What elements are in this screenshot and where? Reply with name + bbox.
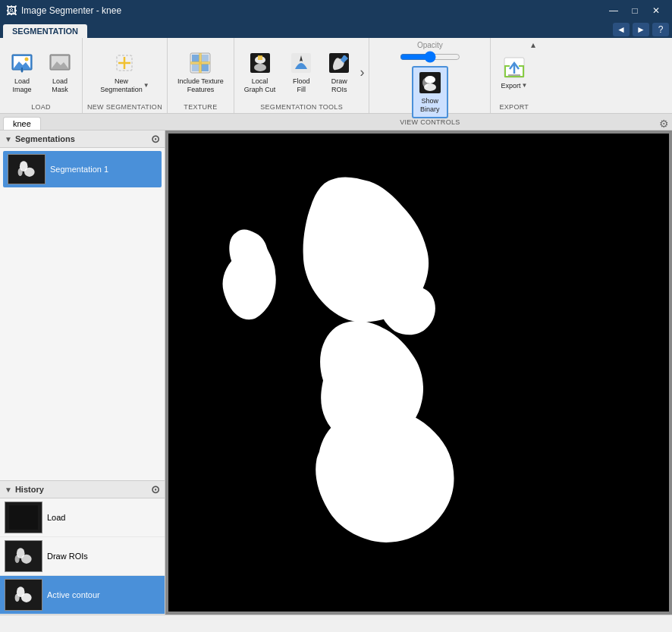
- local-graph-cut-icon: [248, 51, 272, 75]
- title-bar: 🖼 Image Segmenter - knee — □ ✕: [0, 0, 672, 21]
- opacity-label: Opacity: [417, 41, 443, 49]
- svg-point-34: [18, 168, 23, 176]
- close-button[interactable]: ✕: [646, 3, 666, 18]
- image-canvas[interactable]: [168, 134, 669, 612]
- show-binary-button[interactable]: ShowBinary: [412, 66, 448, 118]
- load-image-button[interactable]: LoadImage: [5, 47, 39, 98]
- svg-rect-12: [192, 55, 199, 62]
- ribbon-toolbar: LoadImage LoadMask LOAD: [0, 38, 672, 114]
- texture-icon: [188, 51, 212, 75]
- segmentations-header-left: ▼ Segmentations: [5, 134, 75, 143]
- canvas-area: [165, 130, 672, 615]
- new-segmentation-label: NewSegmentation: [100, 77, 143, 94]
- ribbon-group-new-segmentation: NewSegmentation ▼ NEW SEGMENTATION: [83, 38, 168, 113]
- history-item-active-contour-label: Active contour: [47, 590, 100, 599]
- history-item-load-label: Load: [47, 513, 65, 522]
- segmentations-title: Segmentations: [15, 134, 75, 143]
- history-collapse-icon[interactable]: ▼: [5, 486, 12, 494]
- knee-binary-image: [168, 134, 669, 612]
- ribbon-group-texture: Include TextureFeatures TEXTURE: [168, 38, 234, 113]
- export-label: Export: [501, 82, 520, 90]
- minimize-button[interactable]: —: [604, 3, 623, 18]
- segmentations-header: ▼ Segmentations ⊙: [0, 130, 165, 148]
- show-binary-label: ShowBinary: [420, 97, 440, 114]
- doc-tab-settings-icon: ⚙: [659, 118, 669, 130]
- seg-tools-group-label: SEGMENTATION TOOLS: [260, 103, 343, 111]
- show-binary-icon: [418, 71, 442, 95]
- svg-rect-35: [9, 505, 38, 530]
- ribbon-minimize-arrow[interactable]: ▴: [531, 39, 535, 50]
- doc-tabs: knee ⚙: [0, 114, 672, 130]
- left-panel: ▼ Segmentations ⊙ Segmentation 1: [0, 130, 165, 615]
- ribbon-group-view-controls: Opacity ShowBinary VIEW C: [369, 38, 491, 113]
- app-title: Image Segmenter - knee: [21, 5, 121, 16]
- history-item-active-contour[interactable]: Active contour: [0, 576, 165, 615]
- export-buttons: Export ▼: [495, 41, 532, 103]
- flood-fill-button[interactable]: FloodFill: [284, 47, 319, 98]
- svg-rect-4: [21, 68, 23, 71]
- new-segmentation-button[interactable]: NewSegmentation ▼: [95, 47, 154, 98]
- new-seg-dropdown-arrow[interactable]: ▼: [143, 82, 149, 89]
- view-buttons: ShowBinary: [412, 66, 448, 118]
- draw-rois-button[interactable]: DrawROIs: [322, 47, 356, 98]
- history-thumb-load: [5, 502, 42, 533]
- load-group-label: LOAD: [31, 103, 51, 111]
- export-group-label: EXPORT: [500, 103, 529, 111]
- segmentations-list: Segmentation 1: [0, 148, 165, 480]
- ribbon-forward-button[interactable]: ►: [633, 23, 649, 36]
- doc-tab-knee[interactable]: knee: [3, 117, 41, 130]
- load-mask-label: LoadMask: [52, 77, 68, 94]
- opacity-row: Opacity: [400, 41, 460, 63]
- ribbon-group-export: Export ▼ ▴ EXPORT: [491, 38, 537, 113]
- svg-point-42: [21, 593, 32, 602]
- history-item-draw-rois-label: Draw ROIs: [47, 552, 88, 561]
- view-control-buttons: Opacity ShowBinary: [400, 41, 460, 118]
- new-seg-group-label: NEW SEGMENTATION: [87, 103, 162, 111]
- ribbon-help-button[interactable]: ?: [652, 23, 669, 36]
- export-button[interactable]: Export ▼: [495, 52, 532, 93]
- svg-rect-17: [190, 61, 210, 64]
- flood-fill-label: FloodFill: [293, 77, 310, 94]
- local-graph-cut-button[interactable]: LocalGraph Cut: [239, 47, 281, 98]
- seg-tools-dropdown-arrow[interactable]: ›: [360, 64, 364, 80]
- history-title: History: [15, 485, 44, 494]
- segmentations-collapse-icon[interactable]: ▼: [5, 135, 12, 143]
- ribbon-nav-buttons: ◄ ► ?: [613, 23, 672, 38]
- tab-segmentation[interactable]: SEGMENTATION: [3, 24, 87, 38]
- include-texture-button[interactable]: Include TextureFeatures: [172, 47, 229, 98]
- history-thumb-draw-rois: [5, 540, 42, 572]
- export-dropdown[interactable]: ▼: [521, 82, 527, 89]
- load-mask-icon: [48, 51, 72, 75]
- texture-group-label: TEXTURE: [184, 103, 217, 111]
- segmentation-item-1-label: Segmentation 1: [50, 165, 108, 174]
- history-thumb-active-contour: [5, 579, 42, 611]
- history-header: ▼ History ⊙: [0, 481, 165, 498]
- segmentations-settings-icon[interactable]: ⊙: [151, 133, 160, 145]
- history-item-draw-rois[interactable]: Draw ROIs: [0, 537, 165, 576]
- new-seg-buttons: NewSegmentation ▼: [95, 41, 154, 103]
- status-bar: [0, 615, 672, 631]
- ribbon-tab-row: SEGMENTATION ◄ ► ?: [0, 21, 672, 38]
- opacity-slider[interactable]: [400, 51, 460, 63]
- main-content: ▼ Segmentations ⊙ Segmentation 1: [0, 130, 672, 615]
- svg-point-33: [24, 168, 35, 177]
- load-image-icon: [10, 51, 34, 75]
- seg-tool-buttons: LocalGraph Cut FloodFill: [239, 41, 365, 103]
- history-settings-icon[interactable]: ⊙: [151, 483, 160, 495]
- title-bar-left: 🖼 Image Segmenter - knee: [6, 5, 121, 17]
- maximize-button[interactable]: □: [625, 3, 645, 18]
- svg-point-3: [25, 57, 29, 61]
- texture-buttons: Include TextureFeatures: [172, 41, 229, 103]
- new-segmentation-icon: [112, 51, 137, 75]
- history-item-load[interactable]: Load: [0, 498, 165, 537]
- load-image-label: LoadImage: [12, 77, 31, 94]
- load-mask-button[interactable]: LoadMask: [42, 47, 77, 98]
- svg-point-27: [422, 78, 429, 87]
- svg-rect-13: [201, 55, 209, 62]
- svg-point-39: [15, 555, 20, 563]
- segmentation-item-1[interactable]: Segmentation 1: [3, 151, 162, 187]
- ribbon-group-load: LoadImage LoadMask LOAD: [0, 38, 83, 113]
- svg-rect-15: [201, 64, 209, 71]
- svg-rect-14: [192, 64, 199, 71]
- ribbon-back-button[interactable]: ◄: [613, 23, 630, 36]
